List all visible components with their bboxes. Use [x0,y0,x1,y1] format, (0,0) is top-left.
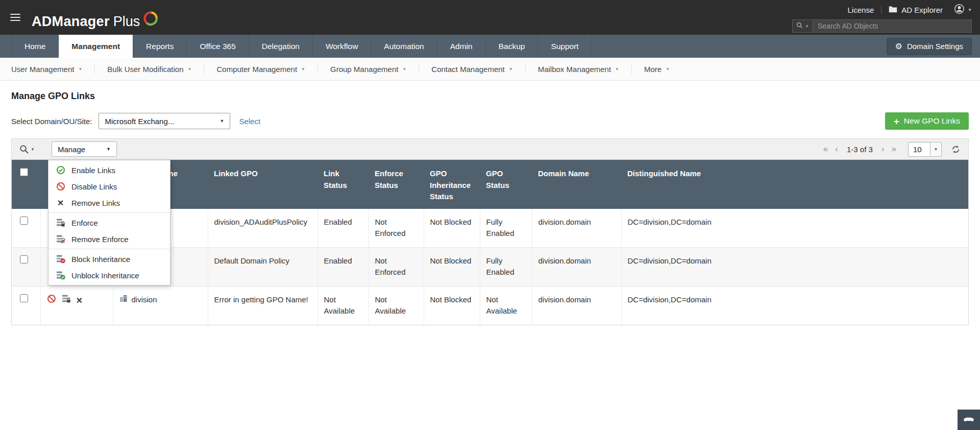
table-row: × division Error in getting GPO Name! No… [12,286,968,325]
disable-link-icon[interactable] [47,294,56,307]
col-gpo-inheritance-status: GPO Inheritance Status [424,160,480,209]
domain-selector-label: Select Domain/OU/Site: [11,117,92,126]
chevron-down-icon: ▼ [402,67,406,71]
domain-settings-button[interactable]: ⚙ Domain Settings [887,38,972,55]
block-inheritance-icon [56,254,65,264]
disable-links-icon [56,182,65,191]
ad-explorer-link[interactable]: AD Explorer [889,6,943,14]
new-gpo-links-button[interactable]: + New GPO Links [885,112,969,130]
select-all-checkbox[interactable] [20,168,28,176]
first-page-button[interactable]: « [820,144,831,154]
subnav-mailbox-management[interactable]: Mailbox Management▼ [526,65,631,74]
subnav-group-management[interactable]: Group Management▼ [318,65,419,74]
next-page-button[interactable]: › [878,144,888,154]
domain-selector-row: Select Domain/OU/Site: Microsoft Exchang… [11,112,969,130]
menu-item-enable-links[interactable]: Enable Links [48,162,170,178]
topbar: ADManager Plus License AD Explorer [0,0,980,35]
tab-automation[interactable]: Automation [371,35,437,58]
prev-page-button[interactable]: ‹ [831,144,842,154]
table-cell: Enabled [317,247,369,286]
chevron-down-icon: ▼ [615,67,619,71]
chevron-down-icon: ▼ [509,67,513,71]
tab-backup[interactable]: Backup [486,35,538,58]
subnav-more[interactable]: More▼ [632,65,682,74]
remove-links-icon: × [56,198,65,207]
handshake-icon [963,414,975,426]
tab-reports[interactable]: Reports [133,35,187,58]
tab-delegation[interactable]: Delegation [249,35,313,58]
manage-dropdown[interactable]: Manage ▼ [52,141,117,157]
brand-swirl-icon [142,9,159,31]
menu-separator [48,249,170,249]
row-checkbox[interactable] [20,294,28,302]
row-checkbox[interactable] [20,217,28,225]
menu-item-block-inheritance[interactable]: Block Inheritance [48,251,170,267]
remove-enforce-icon [56,234,65,244]
tab-home[interactable]: Home [11,35,59,58]
search-scope-button[interactable]: ▼ [793,20,813,32]
hamburger-menu-icon[interactable] [8,12,22,23]
col-enforce-status: Enforce Status [369,160,424,209]
domain-object-icon [119,294,128,306]
table-cell: DC=division,DC=domain [621,209,968,248]
menu-item-unblock-inheritance[interactable]: Unblock Inheritance [48,267,170,283]
menu-item-enforce[interactable]: Enforce [48,214,170,231]
tab-office-365[interactable]: Office 365 [187,35,249,58]
table-cell: division.domain [532,247,621,286]
search-icon [796,22,803,30]
topbar-divider [881,6,881,14]
table-cell: division [113,286,208,325]
subnav-user-management[interactable]: User Management▼ [11,65,94,74]
table-cell: Not Enforced [369,209,424,248]
table-cell [12,247,40,286]
pagination-info: 1-3 of 3 [847,145,873,154]
menu-item-remove-enforce[interactable]: Remove Enforce [48,231,170,247]
search-input[interactable] [813,20,971,32]
table-cell: Not Available [369,286,424,325]
col-distinguished-name: Distinguished Name [621,160,968,209]
chevron-down-icon: ▼ [219,118,224,124]
subnav-contact-management[interactable]: Contact Management▼ [419,65,525,74]
management-subnav: User Management▼ Bulk User Modification▼… [0,58,980,81]
page-title: Manage GPO Links [11,91,969,102]
table-cell: DC=division,DC=domain [621,247,968,286]
tab-management[interactable]: Management [59,35,133,58]
chevron-down-icon: ▼ [968,8,972,12]
table-cell: Not Blocked [424,247,480,286]
table-cell [12,286,40,325]
plus-icon: + [894,116,899,126]
menu-item-remove-links[interactable]: × Remove Links [48,195,170,211]
enforce-icon[interactable] [62,294,71,307]
user-menu[interactable]: ▼ [954,4,972,16]
unblock-inheritance-icon [56,271,65,280]
grid-toolbar: ▼ Manage ▼ « ‹ 1-3 of 3 › » 10 ▼ [12,139,968,160]
domain-ou-site-dropdown[interactable]: Microsoft Exchang... ▼ [99,113,230,129]
chevron-down-icon: ▼ [666,67,670,71]
menu-item-disable-links[interactable]: Disable Links [48,178,170,195]
chevron-down-icon: ▼ [188,67,192,71]
page-size-select[interactable]: 10 ▼ [908,142,942,157]
license-link[interactable]: License [848,6,874,14]
table-cell: division.domain [532,209,621,248]
ad-search-bar: ▼ [792,19,972,33]
table-cell: Not Available [317,286,369,325]
subnav-bulk-user-modification[interactable]: Bulk User Modification▼ [95,65,204,74]
col-link-status: Link Status [317,160,369,209]
table-cell: division_ADAuditPlusPolicy [208,209,317,248]
tab-workflow[interactable]: Workflow [313,35,371,58]
last-page-button[interactable]: » [888,144,900,154]
table-cell [12,209,40,248]
gear-icon: ⚙ [895,42,902,51]
refresh-icon[interactable] [951,145,961,154]
column-search-icon[interactable]: ▼ [19,145,35,154]
feedback-widget[interactable] [958,410,980,430]
select-link[interactable]: Select [239,117,260,126]
tab-admin[interactable]: Admin [437,35,486,58]
row-checkbox[interactable] [20,255,28,264]
user-icon [954,4,965,16]
subnav-computer-management[interactable]: Computer Management▼ [204,65,317,74]
tab-support[interactable]: Support [538,35,592,58]
table-cell: Enabled [317,209,369,248]
chevron-down-icon: ▼ [301,67,305,71]
remove-link-icon[interactable]: × [77,296,83,305]
